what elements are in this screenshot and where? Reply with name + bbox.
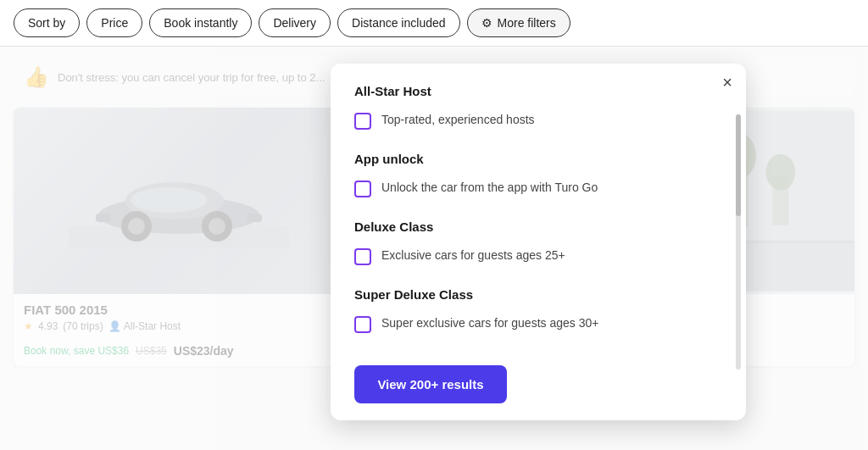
option-label-superdeluxe-30: Super exclusive cars for guests ages 30+ [381,315,598,332]
checkbox-turo-go[interactable] [354,181,371,197]
modal-footer: View 200+ results [331,352,746,420]
option-label-turo-go: Unlock the car from the app with Turo Go [381,180,598,197]
modal-close-button[interactable]: × [722,74,732,91]
book-instantly-button[interactable]: Book instantly [149,8,252,37]
modal-scrollbar-thumb [736,114,741,216]
deluxe-title: Deluxe Class [354,219,722,234]
checkbox-top-rated[interactable] [354,113,371,130]
filter-section-appunlock: App unlock Unlock the car from the app w… [354,152,722,201]
filter-bar: Sort by Price Book instantly Delivery Di… [0,0,868,47]
filter-section-deluxe: Deluxe Class Exclusive cars for guests a… [354,219,722,269]
more-filters-modal: × All-Star Host Top-rated, experienced h… [331,64,746,420]
filter-option-deluxe-25: Exclusive cars for guests ages 25+ [354,244,722,269]
more-filters-button[interactable]: ⚙ More filters [467,8,570,37]
delivery-button[interactable]: Delivery [259,8,331,37]
sort-by-button[interactable]: Sort by [14,8,80,37]
filters-icon: ⚙ [481,16,492,30]
checkbox-super-deluxe-30[interactable] [354,316,371,333]
filter-option-toprated: Top-rated, experienced hosts [354,108,722,133]
main-content: 👍 Don't stress: you can cancel your trip… [0,47,868,450]
modal-body: All-Star Host Top-rated, experienced hos… [331,64,746,352]
distance-included-button[interactable]: Distance included [337,8,460,37]
superdeluxe-title: Super Deluxe Class [354,287,722,302]
checkbox-deluxe-25[interactable] [354,248,371,265]
view-results-button[interactable]: View 200+ results [354,365,507,403]
option-label-deluxe-25: Exclusive cars for guests ages 25+ [381,247,565,264]
price-button[interactable]: Price [86,8,142,37]
appunlock-title: App unlock [354,152,722,166]
modal-scrollbar[interactable] [736,114,741,369]
filter-option-superdeluxe-30: Super exclusive cars for guests ages 30+ [354,312,722,336]
filter-section-superdeluxe: Super Deluxe Class Super exclusive cars … [354,287,722,336]
filter-section-allstar: All-Star Host Top-rated, experienced hos… [354,84,722,133]
filter-option-turo-go: Unlock the car from the app with Turo Go [354,176,722,201]
option-label-toprated: Top-rated, experienced hosts [381,112,535,129]
allstar-title: All-Star Host [354,84,722,98]
